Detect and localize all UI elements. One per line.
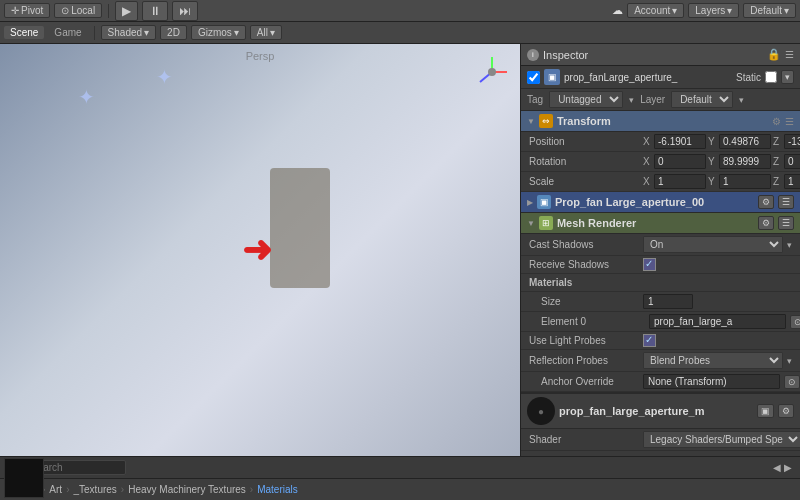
all-label: All bbox=[257, 27, 268, 38]
object-name[interactable]: prop_fanLarge_aperture_ bbox=[564, 72, 732, 83]
pivot-label: Pivot bbox=[21, 5, 43, 16]
toolbar-right: ☁ Account ▾ Layers ▾ Default ▾ bbox=[612, 3, 796, 18]
size-input[interactable] bbox=[643, 294, 693, 309]
page-controls: ◀ ▶ bbox=[773, 462, 792, 473]
material-select-btn[interactable]: ▣ bbox=[757, 404, 774, 418]
pos-z-input[interactable] bbox=[784, 134, 800, 149]
shader-row: Shader Legacy Shaders/Bumped Spe bbox=[521, 429, 800, 451]
use-light-probes-checkbox[interactable] bbox=[643, 334, 656, 347]
pos-z-group: Z bbox=[773, 134, 800, 149]
rot-y-group: Y bbox=[708, 154, 771, 169]
persp-label: Persp bbox=[246, 50, 275, 62]
object-enabled-checkbox[interactable] bbox=[527, 71, 540, 84]
reflection-probes-label: Reflection Probes bbox=[529, 355, 639, 366]
pos-x-group: X bbox=[643, 134, 706, 149]
all-dropdown[interactable]: All ▾ bbox=[250, 25, 282, 40]
layers-dropdown[interactable]: Layers ▾ bbox=[688, 3, 739, 18]
mesh-renderer-header[interactable]: ▼ ⊞ Mesh Renderer ⚙ ☰ bbox=[521, 213, 800, 234]
scale-z-label: Z bbox=[773, 176, 783, 187]
mesh-icon: ⊞ bbox=[539, 216, 553, 230]
shader-dropdown[interactable]: Legacy Shaders/Bumped Spe bbox=[643, 431, 800, 448]
rotation-xyz: X Y Z bbox=[643, 154, 800, 169]
mesh-settings-btn[interactable]: ⚙ bbox=[758, 216, 774, 230]
sep-4: › bbox=[250, 484, 253, 495]
material-settings-btn[interactable]: ⚙ bbox=[778, 404, 794, 418]
prop-settings-btn[interactable]: ☰ bbox=[778, 195, 794, 209]
2d-button[interactable]: 2D bbox=[160, 25, 187, 40]
shaded-dropdown[interactable]: Shaded ▾ bbox=[101, 25, 156, 40]
pivot-button[interactable]: ✛ Pivot bbox=[4, 3, 50, 18]
layer-dropdown[interactable]: Default bbox=[671, 91, 733, 108]
main-layout: Persp ✦ ✦ ➜ i Inspector 🔒 bbox=[0, 44, 800, 456]
material-name: prop_fan_large_aperture_m bbox=[559, 405, 753, 417]
rot-y-input[interactable] bbox=[719, 154, 771, 169]
transform-section-header[interactable]: ▼ ⇔ Transform ⚙ ☰ bbox=[521, 111, 800, 132]
rot-x-input[interactable] bbox=[654, 154, 706, 169]
star-1: ✦ bbox=[78, 85, 95, 109]
rot-y-label: Y bbox=[708, 156, 718, 167]
scale-x-input[interactable] bbox=[654, 174, 706, 189]
scale-z-input[interactable] bbox=[784, 174, 800, 189]
scale-z-group: Z bbox=[773, 174, 800, 189]
lock-icon[interactable]: 🔒 bbox=[767, 48, 781, 61]
receive-shadows-checkbox[interactable] bbox=[643, 258, 656, 271]
toolbar-separator-2 bbox=[94, 26, 95, 40]
pivot-icon: ✛ bbox=[11, 5, 19, 16]
pause-button[interactable]: ⏸ bbox=[142, 1, 168, 21]
transform-menu-icon[interactable]: ☰ bbox=[785, 116, 794, 127]
step-button[interactable]: ⏭ bbox=[172, 1, 198, 21]
tag-dropdown[interactable]: Untagged bbox=[549, 91, 623, 108]
position-label: Position bbox=[529, 136, 639, 147]
prop-menu-btn[interactable]: ⚙ bbox=[758, 195, 774, 209]
tab-scene[interactable]: Scene bbox=[4, 26, 44, 39]
transform-icon: ⇔ bbox=[539, 114, 553, 128]
inspector-menu-icon[interactable]: ☰ bbox=[785, 49, 794, 60]
material-icon: ● bbox=[527, 397, 555, 425]
anchor-override-input[interactable] bbox=[643, 374, 780, 389]
transform-title: Transform bbox=[557, 115, 768, 127]
scale-y-input[interactable] bbox=[719, 174, 771, 189]
local-button[interactable]: ⊙ Local bbox=[54, 3, 102, 18]
materials-label[interactable]: Materials bbox=[257, 484, 298, 495]
static-label: Static bbox=[736, 72, 761, 83]
size-row: Size bbox=[521, 292, 800, 312]
scene-game-toolbar: Scene Game Shaded ▾ 2D Gizmos ▾ All ▾ bbox=[0, 22, 800, 44]
assets-bar: Assets › Art › _Textures › Heavy Machine… bbox=[0, 478, 800, 500]
material-component-header: ● prop_fan_large_aperture_m ▣ ⚙ bbox=[521, 392, 800, 429]
cast-shadows-row: Cast Shadows On ▾ bbox=[521, 234, 800, 256]
rot-z-label: Z bbox=[773, 156, 783, 167]
static-dropdown-btn[interactable]: ▾ bbox=[781, 70, 794, 84]
top-toolbar: ✛ Pivot ⊙ Local ▶ ⏸ ⏭ ☁ Account ▾ Layers… bbox=[0, 0, 800, 22]
cloud-icon: ☁ bbox=[612, 4, 623, 17]
prop-component-header[interactable]: ▶ ▣ Prop_fan Large_aperture_00 ⚙ ☰ bbox=[521, 192, 800, 213]
receive-shadows-label: Receive Shadows bbox=[529, 259, 639, 270]
rot-z-group: Z bbox=[773, 154, 800, 169]
pos-y-input[interactable] bbox=[719, 134, 771, 149]
static-checkbox[interactable] bbox=[765, 71, 777, 83]
anchor-override-pick-btn[interactable]: ⊙ bbox=[784, 375, 800, 389]
toolbar-separator-1 bbox=[108, 4, 109, 18]
transform-settings-icon[interactable]: ⚙ bbox=[772, 116, 781, 127]
account-dropdown[interactable]: Account ▾ bbox=[627, 3, 684, 18]
rotation-row: Rotation X Y Z bbox=[521, 152, 800, 172]
gizmos-dropdown[interactable]: Gizmos ▾ bbox=[191, 25, 246, 40]
element-0-pick-btn[interactable]: ⊙ bbox=[790, 315, 800, 329]
size-label: Size bbox=[529, 296, 639, 307]
pos-y-label: Y bbox=[708, 136, 718, 147]
mesh-triangle-icon: ▼ bbox=[527, 219, 535, 228]
tab-game[interactable]: Game bbox=[48, 26, 87, 39]
pos-x-input[interactable] bbox=[654, 134, 706, 149]
viewport[interactable]: Persp ✦ ✦ ➜ bbox=[0, 44, 520, 456]
prop-triangle-icon: ▶ bbox=[527, 198, 533, 207]
mesh-menu-btn[interactable]: ☰ bbox=[778, 216, 794, 230]
local-label: Local bbox=[71, 5, 95, 16]
element-0-input[interactable] bbox=[649, 314, 786, 329]
textures-label: _Textures bbox=[73, 484, 116, 495]
sep-3: › bbox=[121, 484, 124, 495]
play-button[interactable]: ▶ bbox=[115, 1, 138, 21]
default-dropdown[interactable]: Default ▾ bbox=[743, 3, 796, 18]
rot-z-input[interactable] bbox=[784, 154, 800, 169]
rotation-label: Rotation bbox=[529, 156, 639, 167]
reflection-probes-dropdown[interactable]: Blend Probes bbox=[643, 352, 783, 369]
cast-shadows-dropdown[interactable]: On bbox=[643, 236, 783, 253]
